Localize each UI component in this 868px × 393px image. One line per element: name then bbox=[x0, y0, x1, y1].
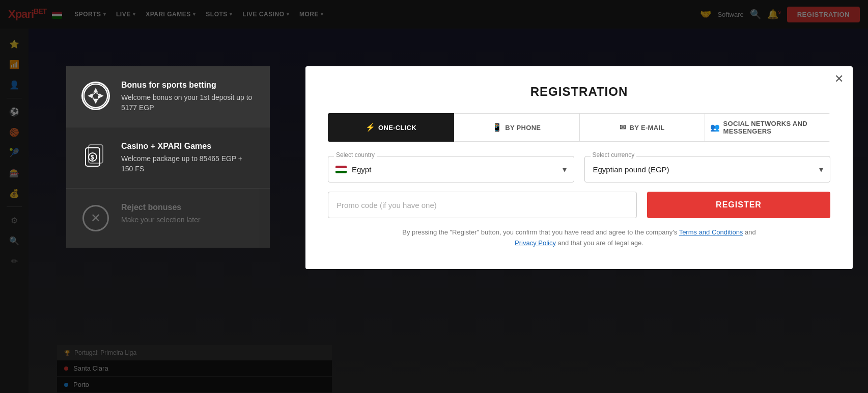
sports-bonus-icon-wrap bbox=[80, 81, 111, 111]
email-icon: ✉ bbox=[620, 123, 626, 132]
svg-marker-4 bbox=[99, 93, 103, 98]
tab-social[interactable]: 👥 SOCIAL NETWORKS AND MESSENGERS bbox=[705, 113, 830, 142]
tab-one-click-label: ONE-CLICK bbox=[378, 124, 416, 132]
terms-and: and bbox=[745, 228, 756, 236]
sports-bonus-text: Bonus for sports betting Welcome bonus o… bbox=[121, 81, 256, 113]
currency-field-group: Select currency Egyptian pound (EGP) ▾ bbox=[584, 156, 831, 182]
phone-icon: 📱 bbox=[492, 123, 502, 132]
register-button-group: REGISTER bbox=[647, 192, 830, 218]
reject-circle-icon: ✕ bbox=[82, 205, 109, 231]
bonus-panel: Bonus for sports betting Welcome bonus o… bbox=[66, 66, 270, 248]
bonus-item-casino[interactable]: $ Casino + XPARI Games Welcome package u… bbox=[66, 127, 270, 189]
currency-select[interactable]: Egyptian pound (EGP) bbox=[584, 156, 831, 182]
country-currency-row: Select country Egypt ▾ Select currency E… bbox=[328, 156, 830, 182]
tab-by-phone-label: BY PHONE bbox=[505, 124, 541, 132]
country-select-wrapper[interactable]: Egypt ▾ bbox=[328, 156, 574, 182]
tab-by-email-label: BY E-MAIL bbox=[630, 124, 665, 132]
sports-bonus-description: Welcome bonus on your 1st deposit up to … bbox=[121, 93, 256, 113]
svg-text:$: $ bbox=[91, 154, 94, 161]
currency-select-wrapper[interactable]: Egyptian pound (EGP) ▾ bbox=[584, 156, 831, 182]
promo-code-input[interactable] bbox=[328, 192, 637, 218]
registration-tabs: ⚡ ONE-CLICK 📱 BY PHONE ✉ BY E-MAIL 👥 SOC… bbox=[328, 113, 830, 142]
tab-by-email[interactable]: ✉ BY E-MAIL bbox=[579, 113, 706, 142]
svg-marker-5 bbox=[93, 93, 99, 99]
chevron-down-icon: ▾ bbox=[563, 165, 567, 174]
svg-point-0 bbox=[84, 84, 107, 108]
tab-one-click[interactable]: ⚡ ONE-CLICK bbox=[328, 113, 454, 142]
sports-bonus-title: Bonus for sports betting bbox=[121, 81, 256, 90]
reject-icon-wrap: ✕ bbox=[80, 203, 111, 233]
casino-bonus-title: Casino + XPARI Games bbox=[121, 142, 256, 151]
reject-bonus-description: Make your selection later bbox=[121, 215, 256, 225]
terms-text: By pressing the "Register" button, you c… bbox=[328, 227, 830, 249]
bonus-item-sports[interactable]: Bonus for sports betting Welcome bonus o… bbox=[66, 66, 270, 127]
terms-end: and that you are of legal age. bbox=[558, 239, 643, 247]
close-button[interactable]: ✕ bbox=[834, 73, 844, 85]
terms-link[interactable]: Terms and Conditions bbox=[679, 228, 743, 236]
promo-code-group bbox=[328, 192, 637, 218]
privacy-policy-link[interactable]: Privacy Policy bbox=[515, 239, 556, 247]
lightning-icon: ⚡ bbox=[366, 123, 375, 132]
egypt-flag bbox=[335, 166, 347, 173]
svg-marker-1 bbox=[93, 88, 98, 92]
promo-register-row: REGISTER bbox=[328, 192, 830, 218]
soccer-ball-icon bbox=[81, 82, 110, 110]
bonus-item-reject[interactable]: ✕ Reject bonuses Make your selection lat… bbox=[66, 189, 270, 248]
currency-label: Select currency bbox=[591, 151, 637, 159]
registration-modal: ✕ REGISTRATION ⚡ ONE-CLICK 📱 BY PHONE ✉ … bbox=[305, 66, 853, 269]
registration-title: REGISTRATION bbox=[328, 85, 830, 99]
reject-bonus-title: Reject bonuses bbox=[121, 203, 256, 212]
svg-marker-2 bbox=[93, 99, 98, 103]
social-icon: 👥 bbox=[710, 123, 720, 132]
country-label: Select country bbox=[334, 151, 377, 159]
casino-bonus-icon-wrap: $ bbox=[80, 142, 111, 172]
tab-by-phone[interactable]: 📱 BY PHONE bbox=[454, 113, 580, 142]
tab-social-label: SOCIAL NETWORKS AND MESSENGERS bbox=[723, 120, 825, 135]
svg-marker-3 bbox=[88, 93, 92, 98]
reject-bonus-text: Reject bonuses Make your selection later bbox=[121, 203, 256, 225]
country-field-group: Select country Egypt ▾ bbox=[328, 156, 574, 182]
terms-prefix: By pressing the "Register" button, you c… bbox=[402, 228, 677, 236]
casino-bonus-text: Casino + XPARI Games Welcome package up … bbox=[121, 142, 256, 174]
casino-chips-icon: $ bbox=[81, 141, 110, 174]
country-select[interactable]: Egypt bbox=[352, 165, 557, 174]
casino-bonus-description: Welcome package up to 85465 EGP + 150 FS bbox=[121, 154, 256, 174]
register-button[interactable]: REGISTER bbox=[647, 192, 830, 218]
